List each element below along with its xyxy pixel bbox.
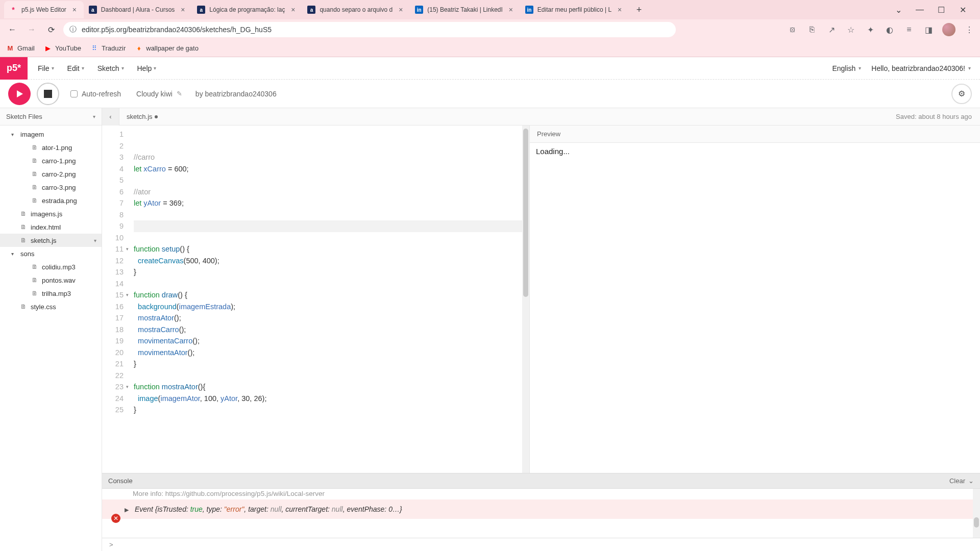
editor-scrollbar[interactable] xyxy=(522,126,529,473)
scrollbar-thumb[interactable] xyxy=(523,129,528,297)
language-label: English xyxy=(832,64,855,72)
menu-file[interactable]: File▾ xyxy=(35,62,57,74)
close-tab-icon[interactable]: × xyxy=(179,6,187,14)
file-row[interactable]: 🗎trilha.mp3 xyxy=(0,287,102,300)
extension-pin-icon[interactable]: ◐ xyxy=(884,24,895,35)
preview-loading-text: Loading... xyxy=(536,147,570,156)
folder-row[interactable]: ▾sons xyxy=(0,247,102,260)
auto-refresh-toggle[interactable]: Auto-refresh xyxy=(70,90,121,98)
bookmark-item[interactable]: MGmail xyxy=(6,44,35,53)
console-line: More info: https://github.com/processing… xyxy=(102,489,980,499)
file-row[interactable]: 🗎carro-2.png xyxy=(0,167,102,181)
project-name[interactable]: Cloudy kiwi ✎ xyxy=(136,90,182,98)
install-icon[interactable]: ⎘ xyxy=(806,24,818,35)
settings-button[interactable]: ⚙ xyxy=(951,84,972,104)
bookmark-label: Traduzir xyxy=(102,44,126,52)
menu-help[interactable]: Help▾ xyxy=(134,62,160,74)
share-icon[interactable]: ↗ xyxy=(826,24,837,35)
menu-edit[interactable]: Edit▾ xyxy=(64,62,87,74)
file-options-icon[interactable]: ▾ xyxy=(94,238,96,243)
console-text: , currentTarget: xyxy=(282,505,332,513)
scrollbar-thumb[interactable] xyxy=(974,517,979,528)
fold-icon: ▾ xyxy=(11,251,17,257)
file-row[interactable]: 🗎carro-1.png xyxy=(0,154,102,167)
user-greeting[interactable]: Hello, beatrizbrandao240306! ▾ xyxy=(871,64,971,72)
browser-tab[interactable]: in (15) Beatriz Takaki | LinkedI × xyxy=(410,1,520,18)
back-button[interactable]: ← xyxy=(5,22,19,37)
console-clear-label: Clear xyxy=(949,477,965,485)
profile-avatar[interactable] xyxy=(942,23,955,36)
close-tab-icon[interactable]: × xyxy=(397,6,405,14)
forward-button[interactable]: → xyxy=(24,22,39,37)
menu-label: Sketch xyxy=(97,64,119,72)
console-text: , eventPhase: xyxy=(343,505,389,513)
fold-icon: ▾ xyxy=(11,132,17,137)
console-input[interactable]: > xyxy=(102,538,980,551)
code-editor[interactable]: 1234567891011121314151617181920212223242… xyxy=(102,126,530,473)
byline-user[interactable]: beatrizbrandao240306 xyxy=(205,90,277,98)
file-row[interactable]: 🗎sketch.js▾ xyxy=(0,234,102,247)
chevron-down-icon: ▾ xyxy=(154,65,156,71)
file-row[interactable]: 🗎style.css xyxy=(0,300,102,313)
extensions-icon[interactable]: ✦ xyxy=(865,24,876,35)
console-error-message[interactable]: ✕ ▶ Event {isTrusted: true, type: "error… xyxy=(102,499,980,519)
browser-chrome: * p5.js Web Editor ×a Dashboard | Alura … xyxy=(0,0,980,57)
bookmark-item[interactable]: ▶YouTube xyxy=(44,44,81,53)
bookmark-item[interactable]: ♦wallpaper de gato xyxy=(135,44,199,53)
browser-tab[interactable]: in Editar meu perfil público | L × xyxy=(520,1,629,18)
stop-button[interactable] xyxy=(37,83,59,105)
collapse-sidebar-button[interactable]: ‹ xyxy=(102,108,119,126)
new-tab-button[interactable]: + xyxy=(632,3,646,17)
file-row[interactable]: 🗎carro-3.png xyxy=(0,181,102,194)
browser-tab[interactable]: a Dashboard | Alura - Cursos × xyxy=(84,1,192,18)
close-tab-icon[interactable]: × xyxy=(616,6,624,14)
bookmark-item[interactable]: ⠿Traduzir xyxy=(90,44,126,53)
play-button[interactable] xyxy=(8,83,31,105)
reload-button[interactable]: ⟳ xyxy=(44,22,58,37)
p5-logo[interactable]: p5* xyxy=(0,57,28,80)
file-row[interactable]: 🗎ator-1.png xyxy=(0,141,102,154)
close-tab-icon[interactable]: × xyxy=(507,6,515,14)
browser-tab[interactable]: a quando separo o arquivo d × xyxy=(302,1,410,18)
file-name: colidiu.mp3 xyxy=(42,263,76,271)
file-name: carro-1.png xyxy=(42,157,76,165)
browser-tab[interactable]: a Lógica de programação: laç × xyxy=(192,1,302,18)
editor-tab[interactable]: sketch.js xyxy=(119,113,165,120)
translate-page-icon[interactable]: ⦻ xyxy=(787,24,798,35)
reading-list-icon[interactable]: ≡ xyxy=(903,24,915,35)
language-selector[interactable]: English ▾ xyxy=(832,64,861,72)
console-value: true xyxy=(190,505,203,513)
file-row[interactable]: 🗎imagens.js xyxy=(0,207,102,220)
close-tab-icon[interactable]: × xyxy=(70,6,79,14)
sidebar-header[interactable]: Sketch Files ▾ xyxy=(0,108,102,126)
workspace: Sketch Files ▾ ▾imagem🗎ator-1.png🗎carro-… xyxy=(0,108,980,551)
sidebar: Sketch Files ▾ ▾imagem🗎ator-1.png🗎carro-… xyxy=(0,108,102,551)
browser-tab[interactable]: * p5.js Web Editor × xyxy=(4,1,84,18)
console-clear-button[interactable]: Clear ⌄ xyxy=(949,477,974,485)
console-text: , target: xyxy=(244,505,270,513)
folder-row[interactable]: ▾imagem xyxy=(0,128,102,141)
file-row[interactable]: 🗎pontos.wav xyxy=(0,273,102,287)
favicon: a xyxy=(197,6,205,14)
expand-icon[interactable]: ▶ xyxy=(125,504,129,515)
file-row[interactable]: 🗎index.html xyxy=(0,220,102,234)
side-panel-icon[interactable]: ◨ xyxy=(923,24,934,35)
code-content[interactable]: //carrolet xCarro = 600; //atorlet yAtor… xyxy=(127,126,529,473)
gear-icon: ⚙ xyxy=(958,89,965,98)
file-row[interactable]: 🗎colidiu.mp3 xyxy=(0,260,102,273)
menu-sketch[interactable]: Sketch▾ xyxy=(94,62,127,74)
kebab-menu-icon[interactable]: ⋮ xyxy=(964,24,975,35)
console-scrollbar[interactable] xyxy=(973,489,980,538)
maximize-icon[interactable]: ☐ xyxy=(935,4,947,16)
bookmark-star-icon[interactable]: ☆ xyxy=(845,24,856,35)
editor-preview-row: 1234567891011121314151617181920212223242… xyxy=(102,126,980,473)
menubar: p5* File▾Edit▾Sketch▾Help▾ English ▾ Hel… xyxy=(0,57,980,80)
url-field[interactable]: ⓘ editor.p5js.org/beatrizbrandao240306/s… xyxy=(63,22,676,37)
close-window-icon[interactable]: ✕ xyxy=(957,4,969,16)
close-tab-icon[interactable]: × xyxy=(289,6,297,14)
file-row[interactable]: 🗎estrada.png xyxy=(0,194,102,207)
chevron-down-icon[interactable]: ⌄ xyxy=(892,4,904,16)
file-name: ator-1.png xyxy=(42,144,72,152)
minimize-icon[interactable]: — xyxy=(914,4,926,16)
bookmark-label: wallpaper de gato xyxy=(146,44,199,52)
